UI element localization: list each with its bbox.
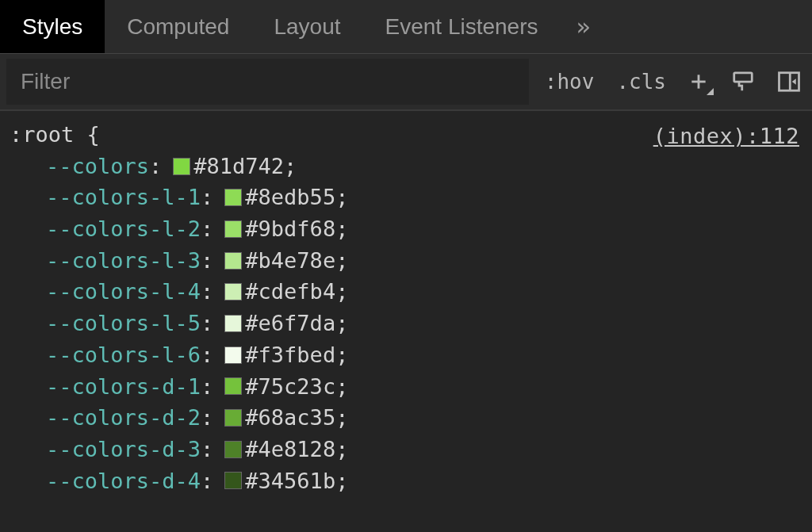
semicolon: ;	[335, 371, 348, 403]
css-property-name: --colors-d-4	[46, 465, 201, 497]
cls-toggle[interactable]: .cls	[605, 54, 677, 109]
tab-styles[interactable]: Styles	[0, 0, 105, 53]
tab-event-listeners[interactable]: Event Listeners	[363, 0, 561, 53]
devtools-tabs: Styles Computed Layout Event Listeners »	[0, 0, 812, 54]
css-property-value: #68ac35	[245, 402, 335, 434]
open-brace: {	[74, 122, 100, 147]
colon: :	[201, 308, 213, 339]
svg-rect-2	[734, 73, 753, 82]
dropdown-triangle-icon	[707, 88, 714, 95]
color-swatch[interactable]	[224, 283, 242, 300]
css-property-line[interactable]: --colors-l-5:#e6f7da;	[46, 308, 812, 339]
css-property-name: --colors-l-1	[46, 182, 201, 213]
new-style-rule-button[interactable]	[677, 54, 720, 109]
css-property-name: --colors-d-2	[46, 402, 201, 434]
css-property-value: #cdefb4	[245, 276, 335, 308]
css-property-name: --colors-l-6	[46, 339, 201, 371]
tab-layout[interactable]: Layout	[251, 0, 362, 53]
semicolon: ;	[284, 151, 297, 182]
css-property-line[interactable]: --colors-d-1:#75c23c;	[46, 371, 812, 403]
colon: :	[201, 245, 213, 277]
css-property-value: #f3fbed	[245, 339, 335, 371]
css-property-value: #e6f7da	[245, 308, 335, 339]
color-swatch[interactable]	[224, 409, 242, 427]
css-property-value: #b4e78e	[245, 245, 335, 277]
semicolon: ;	[335, 276, 348, 308]
semicolon: ;	[335, 402, 348, 434]
css-property-value: #8edb55	[245, 182, 335, 213]
rule-properties: --colors:#81d742;--colors-l-1:#8edb55;--…	[10, 151, 812, 497]
css-property-line[interactable]: --colors-l-3:#b4e78e;	[46, 245, 812, 277]
color-swatch[interactable]	[224, 377, 242, 395]
colon: :	[201, 434, 213, 465]
hov-toggle[interactable]: :hov	[534, 54, 606, 109]
paint-brush-icon	[731, 70, 755, 94]
semicolon: ;	[335, 245, 348, 277]
css-property-value: #75c23c	[245, 371, 335, 403]
colon: :	[201, 465, 213, 497]
colon: :	[201, 371, 213, 403]
colon: :	[149, 151, 162, 182]
computed-toggle-button[interactable]	[766, 54, 812, 109]
styles-panel: (index):112 :root { --colors:#81d742;--c…	[0, 111, 812, 496]
color-swatch[interactable]	[224, 252, 242, 270]
colon: :	[201, 276, 213, 308]
paint-brush-button[interactable]	[720, 54, 766, 109]
colon: :	[201, 182, 213, 213]
svg-marker-5	[792, 78, 796, 85]
css-property-value: #81d742	[193, 151, 284, 182]
source-link[interactable]: (index):112	[653, 121, 799, 152]
color-swatch[interactable]	[224, 189, 242, 206]
semicolon: ;	[335, 308, 348, 339]
colon: :	[201, 339, 213, 371]
css-property-name: --colors-l-3	[46, 245, 201, 277]
semicolon: ;	[335, 465, 348, 497]
css-property-name: --colors-l-2	[46, 213, 201, 245]
css-property-value: #34561b	[245, 465, 335, 497]
color-swatch[interactable]	[173, 158, 190, 175]
color-swatch[interactable]	[224, 472, 242, 489]
filter-input[interactable]	[6, 59, 529, 105]
color-swatch[interactable]	[224, 315, 242, 332]
css-property-value: #4e8128	[245, 434, 335, 465]
css-property-line[interactable]: --colors-l-6:#f3fbed;	[46, 339, 812, 371]
css-property-name: --colors-d-1	[46, 371, 201, 403]
css-property-line[interactable]: --colors-d-3:#4e8128;	[46, 434, 812, 465]
colon: :	[201, 402, 213, 434]
css-property-name: --colors-d-3	[46, 434, 201, 465]
colon: :	[201, 213, 213, 245]
color-swatch[interactable]	[224, 441, 242, 458]
css-property-name: --colors	[46, 151, 149, 182]
css-property-line[interactable]: --colors-l-4:#cdefb4;	[46, 276, 812, 308]
styles-toolbar: :hov .cls	[0, 54, 812, 111]
semicolon: ;	[335, 182, 348, 213]
tabs-more-button[interactable]: »	[561, 0, 607, 53]
semicolon: ;	[335, 213, 348, 245]
css-property-line[interactable]: --colors-d-2:#68ac35;	[46, 402, 812, 434]
css-property-name: --colors-l-5	[46, 308, 201, 339]
color-swatch[interactable]	[224, 346, 242, 364]
color-swatch[interactable]	[224, 220, 242, 238]
semicolon: ;	[335, 339, 348, 371]
css-property-value: #9bdf68	[245, 213, 335, 245]
css-property-line[interactable]: --colors-l-2:#9bdf68;	[46, 213, 812, 245]
css-property-line[interactable]: --colors-d-4:#34561b;	[46, 465, 812, 497]
panel-toggle-icon	[777, 70, 801, 94]
rule-selector: :root	[10, 122, 74, 147]
semicolon: ;	[335, 434, 348, 465]
css-property-name: --colors-l-4	[46, 276, 201, 308]
css-property-line[interactable]: --colors-l-1:#8edb55;	[46, 182, 812, 213]
css-property-line[interactable]: --colors:#81d742;	[46, 151, 812, 182]
tab-computed[interactable]: Computed	[105, 0, 251, 53]
